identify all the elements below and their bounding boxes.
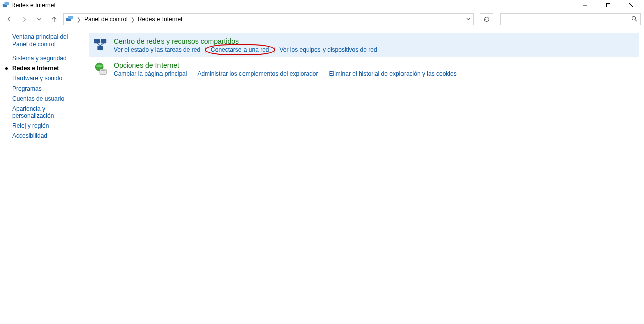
svg-rect-16 [100, 69, 106, 74]
svg-rect-3 [607, 4, 610, 7]
titlebar: Redes e Internet [0, 0, 644, 10]
category-title-network-center[interactable]: Centro de redes y recursos compartidos [114, 37, 634, 45]
control-panel-icon [2, 2, 9, 9]
svg-line-13 [97, 43, 100, 46]
sidebar: Ventana principal del Panel de control S… [0, 33, 89, 141]
search-icon[interactable] [631, 15, 637, 24]
minimize-button[interactable] [574, 0, 597, 10]
link-manage-addons[interactable]: Administrar los complementos del explora… [197, 70, 318, 77]
category-internet-options: Opciones de Internet Cambiar la página p… [89, 57, 639, 82]
svg-rect-11 [101, 39, 106, 43]
sidebar-item-hardware[interactable]: Hardware y sonido [12, 73, 89, 84]
chevron-right-icon: ❯ [77, 17, 81, 22]
window-title: Redes e Internet [11, 2, 56, 9]
svg-rect-1 [4, 2, 9, 5]
svg-line-9 [635, 20, 637, 21]
link-separator [274, 47, 275, 53]
sidebar-item-redes[interactable]: Redes e Internet [12, 63, 89, 73]
category-network-center: Centro de redes y recursos compartidos V… [89, 33, 639, 57]
link-separator [192, 71, 192, 77]
search-input[interactable] [504, 16, 631, 23]
link-connect-network[interactable]: Conectarse a una red [211, 46, 269, 53]
sidebar-item-sistema[interactable]: Sistema y seguridad [12, 53, 89, 63]
svg-rect-12 [97, 46, 103, 50]
sidebar-item-accesibilidad[interactable]: Accesibilidad [12, 131, 89, 141]
link-view-devices[interactable]: Ver los equipos y dispositivos de red [280, 46, 377, 53]
sidebar-list: Sistema y seguridad Redes e Internet Har… [12, 53, 89, 141]
internet-options-icon [93, 61, 108, 76]
address-bar[interactable]: ❯ Panel de control ❯ Redes e Internet [63, 13, 474, 25]
breadcrumb-part-2[interactable]: Redes e Internet [138, 16, 183, 23]
sidebar-item-apariencia[interactable]: Apariencia y personalización [12, 104, 89, 121]
category-title-internet-options[interactable]: Opciones de Internet [114, 61, 634, 69]
navbar: ❯ Panel de control ❯ Redes e Internet [0, 12, 644, 26]
network-center-icon [93, 37, 108, 52]
address-dropdown-button[interactable] [465, 16, 471, 23]
maximize-button[interactable] [597, 0, 620, 10]
nav-up-button[interactable] [48, 13, 60, 25]
link-view-status[interactable]: Ver el estado y las tareas de red [114, 46, 200, 53]
close-button[interactable] [620, 0, 643, 10]
nav-recent-button[interactable] [33, 13, 45, 25]
breadcrumb-root-icon [66, 15, 74, 23]
link-separator [205, 47, 206, 53]
sidebar-item-programas[interactable]: Programas [12, 84, 89, 94]
link-separator [324, 71, 324, 77]
svg-line-14 [100, 43, 104, 46]
link-change-homepage[interactable]: Cambiar la página principal [114, 70, 187, 77]
svg-rect-7 [68, 16, 73, 19]
sidebar-home-link[interactable]: Ventana principal del Panel de control [12, 33, 89, 48]
search-box[interactable] [500, 13, 641, 25]
sidebar-item-cuentas[interactable]: Cuentas de usuario [12, 94, 89, 104]
chevron-right-icon: ❯ [131, 17, 135, 22]
refresh-button[interactable] [480, 13, 493, 25]
main-content: Centro de redes y recursos compartidos V… [89, 33, 644, 141]
link-clear-history[interactable]: Eliminar el historial de exploración y l… [329, 70, 457, 77]
breadcrumb-part-1[interactable]: Panel de control [84, 16, 128, 23]
nav-forward-button[interactable] [18, 13, 30, 25]
svg-rect-10 [94, 39, 100, 43]
svg-point-8 [632, 17, 636, 20]
sidebar-item-reloj[interactable]: Reloj y región [12, 121, 89, 131]
nav-back-button[interactable] [3, 13, 15, 25]
